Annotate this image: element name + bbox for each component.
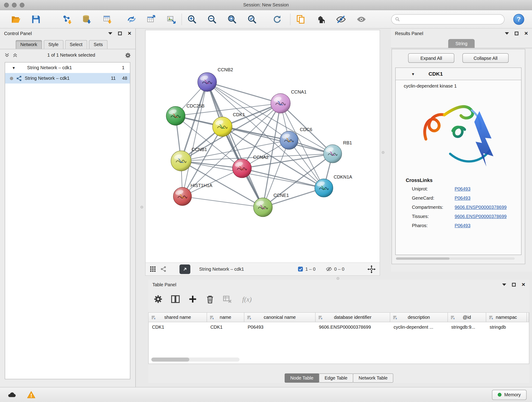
memory-button[interactable]: Memory xyxy=(492,390,527,400)
tab-edge-table[interactable]: Edge Table xyxy=(319,374,353,383)
column-header-name[interactable]: name xyxy=(207,313,244,322)
selected-count-badge[interactable]: 1 – 0 xyxy=(298,266,316,272)
search-input[interactable] xyxy=(402,17,500,22)
tab-select[interactable]: Select xyxy=(65,40,87,49)
node-label: CCNB1 xyxy=(191,147,207,152)
zoom-in-icon xyxy=(187,14,197,24)
tab-style[interactable]: Style xyxy=(44,40,63,49)
crosslink-link[interactable]: 9606.ENSP00000378699 xyxy=(455,214,507,219)
tab-string[interactable]: String xyxy=(448,39,475,48)
collapse-all-icon[interactable] xyxy=(4,52,10,58)
tab-network[interactable]: Network xyxy=(16,40,42,49)
zoom-in-button[interactable] xyxy=(185,12,200,27)
help-button[interactable]: ? xyxy=(513,14,524,25)
column-header-namespac[interactable]: namespac xyxy=(486,313,527,322)
edge-CCNB2-CCNE1[interactable] xyxy=(207,82,263,207)
pan-crosshair-icon[interactable] xyxy=(367,265,376,273)
node-CCNA1[interactable]: CCNA1 xyxy=(271,89,307,113)
table-scrollbar[interactable] xyxy=(151,357,239,362)
zoom-out-button[interactable] xyxy=(205,12,220,27)
edge-CCNA2-HIST1H1A[interactable] xyxy=(182,168,242,197)
current-network-dot-icon xyxy=(10,77,13,80)
hidden-count-badge[interactable]: 0 – 0 xyxy=(326,266,344,272)
add-column-icon[interactable] xyxy=(188,294,198,304)
column-header-description[interactable]: description xyxy=(390,313,448,322)
left-splitter-handle[interactable] xyxy=(140,206,143,209)
title-bar: Session: New Session xyxy=(0,0,532,10)
column-header-canonical-name[interactable]: canonical name xyxy=(244,313,316,322)
minimize-window-icon[interactable] xyxy=(12,3,17,7)
column-header-shared-name[interactable]: shared name xyxy=(149,313,207,322)
share-network-icon[interactable] xyxy=(160,266,167,272)
network-row[interactable]: String Network – cdk1 11 48 xyxy=(5,73,130,84)
float-panel-icon[interactable] xyxy=(512,283,516,286)
zoom-fit-button[interactable] xyxy=(225,12,239,27)
import-network-button[interactable] xyxy=(60,12,75,27)
network-canvas[interactable]: CCNB2CCNA1CDC25BCDK1CDC6RB1CCNB1CCNA2CDK… xyxy=(146,30,380,262)
node-RB1[interactable]: RB1 xyxy=(323,140,352,163)
crosslink-link[interactable]: P06493 xyxy=(455,223,470,228)
hide-panel-button[interactable] xyxy=(334,12,348,27)
zoom-selected-button[interactable] xyxy=(245,12,260,27)
crosslink-link[interactable]: P06493 xyxy=(455,196,470,201)
edge-CCNB2-CCNA1[interactable] xyxy=(207,82,280,103)
close-panel-icon[interactable]: × xyxy=(128,30,132,36)
zoom-window-icon[interactable] xyxy=(20,3,25,7)
panel-menu-icon[interactable] xyxy=(505,32,509,34)
node-CCNE1[interactable]: CCNE1 xyxy=(253,193,289,217)
column-header--id[interactable]: @id xyxy=(448,313,486,322)
tab-node-table[interactable]: Node Table xyxy=(285,374,319,383)
tab-sets[interactable]: Sets xyxy=(89,40,108,49)
panel-menu-icon[interactable] xyxy=(108,32,113,34)
expand-all-icon[interactable] xyxy=(12,52,18,58)
collapse-all-button[interactable]: Collapse All xyxy=(462,53,508,63)
close-window-icon[interactable] xyxy=(4,3,9,7)
network-tree: ▼ String Network – cdk1 1 String Network… xyxy=(5,62,130,379)
open-in-browser-button[interactable] xyxy=(179,264,190,274)
open-session-button[interactable] xyxy=(8,12,23,27)
copy-button[interactable] xyxy=(293,12,308,27)
node-HIST1H1A[interactable]: HIST1H1A xyxy=(173,183,212,206)
results-scrollbar[interactable] xyxy=(396,257,515,260)
show-panel-button[interactable] xyxy=(354,12,369,27)
edge-HIST1H1A-CCNE1[interactable] xyxy=(182,196,263,207)
export-network-button[interactable] xyxy=(124,12,139,27)
network-collection-row[interactable]: ▼ String Network – cdk1 1 xyxy=(5,63,130,73)
node-CDKN1A[interactable]: CDKN1A xyxy=(315,174,352,197)
delete-column-icon[interactable] xyxy=(205,294,215,304)
node-CCNB1[interactable]: CCNB1 xyxy=(171,147,207,171)
save-session-button[interactable] xyxy=(28,12,43,27)
close-panel-icon[interactable]: × xyxy=(525,30,528,36)
export-image-button[interactable] xyxy=(164,12,179,27)
edge-CCNB2-HIST1H1A[interactable] xyxy=(182,82,207,196)
home-button[interactable] xyxy=(314,12,329,27)
table-row[interactable]: CDK1CDK1P064939606.ENSP00000378699cyclin… xyxy=(149,322,529,332)
float-panel-icon[interactable] xyxy=(118,32,122,35)
cloud-button[interactable] xyxy=(6,390,18,400)
tab-network-table[interactable]: Network Table xyxy=(353,374,393,383)
expand-all-button[interactable]: Expand All xyxy=(408,53,454,63)
crosslink-link[interactable]: P06493 xyxy=(455,186,470,191)
gear-icon[interactable] xyxy=(124,52,131,59)
entry-caret-icon[interactable]: ▼ xyxy=(411,72,415,76)
tree-caret-icon[interactable]: ▼ xyxy=(12,66,16,70)
panel-menu-icon[interactable] xyxy=(502,283,506,286)
protein-entry-header[interactable]: ▼ CDK1 xyxy=(396,68,521,80)
node-label: CDKN1A xyxy=(334,174,352,179)
right-splitter-handle[interactable] xyxy=(382,151,385,154)
show-columns-icon[interactable] xyxy=(170,294,180,304)
birds-eye-grid-icon[interactable] xyxy=(150,266,156,272)
node-CDK1[interactable]: CDK1 xyxy=(213,112,245,137)
export-table-button[interactable] xyxy=(144,12,159,27)
import-table-button[interactable] xyxy=(100,12,115,27)
float-panel-icon[interactable] xyxy=(515,32,519,35)
import-database-button[interactable] xyxy=(80,12,94,27)
crosslink-link[interactable]: 9606.ENSP00000378699 xyxy=(455,205,507,210)
close-panel-icon[interactable]: × xyxy=(522,281,525,288)
bottom-splitter-handle[interactable] xyxy=(336,277,339,280)
memory-label: Memory xyxy=(504,392,521,397)
apply-layout-button[interactable] xyxy=(270,12,285,27)
column-header-database-identifier[interactable]: database identifier xyxy=(316,313,390,322)
table-gear-icon[interactable] xyxy=(153,294,163,304)
warnings-button[interactable] xyxy=(25,390,37,400)
